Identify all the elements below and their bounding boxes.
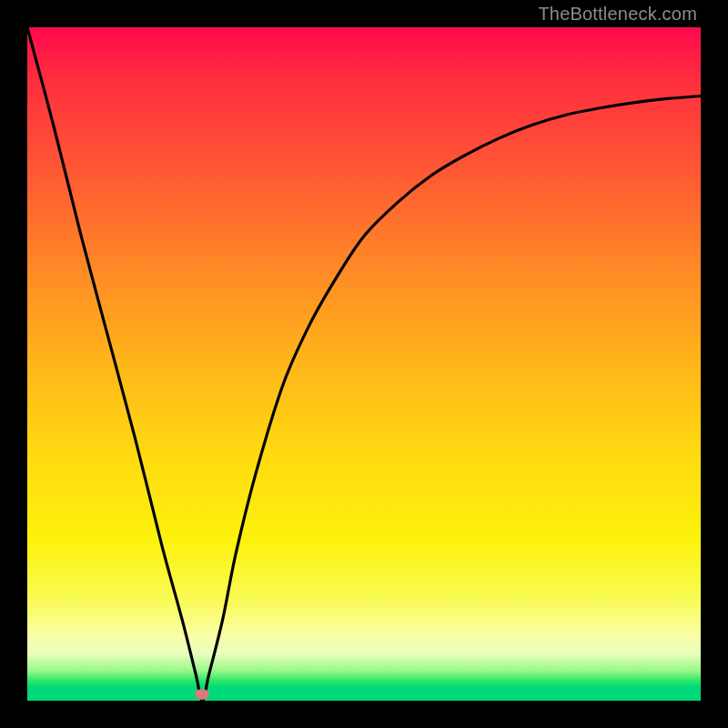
bottleneck-curve — [27, 27, 701, 701]
watermark-text: TheBottleneck.com — [538, 4, 697, 25]
minimum-marker — [195, 689, 209, 700]
plot-area — [27, 27, 701, 701]
chart-frame: TheBottleneck.com — [0, 0, 728, 728]
